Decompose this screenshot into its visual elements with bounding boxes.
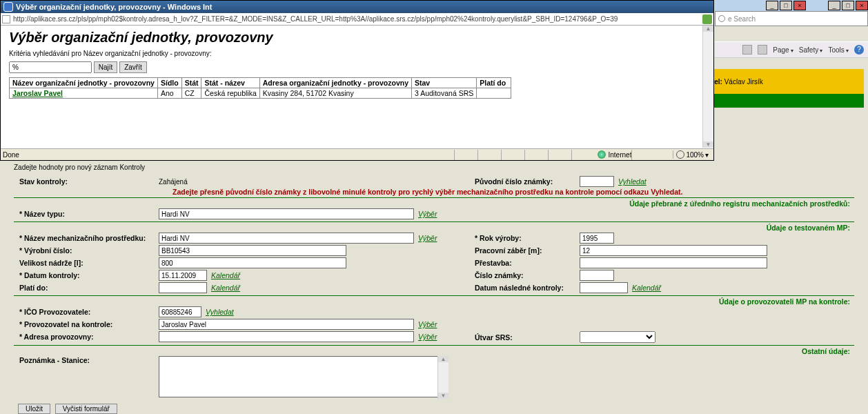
page-menu[interactable]: Page	[773, 46, 793, 54]
label-vyrobni: * Výrobní číslo:	[14, 246, 159, 255]
label-rok: * Rok výroby:	[469, 234, 580, 242]
status-internet: Internet	[609, 151, 632, 159]
link-kalendar-1[interactable]: Kalendář	[211, 271, 240, 279]
label-plati-do: Platí do:	[14, 284, 159, 292]
input-ico[interactable]	[159, 306, 201, 317]
th: Adresa organizační jednotky - provozovny	[259, 78, 411, 88]
input-rok[interactable]	[580, 233, 614, 244]
popup-titlebar: Výběr organizační jednotky, provozovny -…	[1, 1, 713, 13]
window-minimize-button[interactable]: _	[766, 1, 778, 10]
label-datum-k: * Datum kontroly:	[14, 271, 159, 279]
link-vyber-adresa[interactable]: Výběr	[418, 333, 437, 341]
go-button-icon[interactable]	[702, 14, 712, 24]
result-name-link[interactable]: Jaroslav Pavel	[12, 89, 63, 97]
input-provoz[interactable]	[159, 319, 414, 330]
input-adresa[interactable]	[159, 331, 414, 342]
value-stav: Zahájená	[159, 178, 188, 186]
label-nazev-mp: * Název mechanizačního prostředku:	[14, 234, 159, 242]
popup-result-table: Název organizační jednotky - provozovny …	[9, 77, 511, 99]
label-utvar: Útvar SRS:	[469, 333, 580, 342]
popup-pattern-input[interactable]	[9, 61, 92, 73]
window-maximize-button[interactable]: □	[780, 1, 792, 10]
tools-menu[interactable]: Tools	[828, 46, 849, 54]
label-stav: Stav kontroly:	[14, 177, 159, 186]
table-header-row: Název organizační jednotky - provozovny …	[10, 78, 511, 88]
label-znamka: Číslo známky:	[469, 271, 580, 279]
label-ico: * IČO Provozovatele:	[14, 308, 159, 316]
input-nasledne[interactable]	[580, 282, 628, 293]
input-nazev-typu[interactable]	[159, 208, 414, 219]
green-strip	[697, 94, 864, 108]
status-done: Done	[3, 151, 19, 159]
clear-button[interactable]: Vyčisti formulář	[55, 404, 117, 414]
link-vyber-typ[interactable]: Výběr	[418, 210, 437, 218]
textarea-scrollbar[interactable]	[437, 356, 448, 399]
red-instruction: Zadejte přesně původní číslo známky z li…	[14, 188, 854, 196]
zoom-control[interactable]: 100% ▾	[673, 150, 711, 159]
popup-window: Výběr organizační jednotky, provozovny -…	[0, 0, 714, 161]
link-vyber-provoz[interactable]: Výběr	[418, 320, 437, 328]
user-name: Václav Jirsík	[724, 78, 763, 86]
td	[477, 88, 511, 99]
chevron-down-icon[interactable]: ▾	[705, 151, 709, 159]
search-placeholder: e Search	[728, 15, 756, 23]
popup-address-bar: http://aplikace.srs.cz/pls/pp/mph02$kont…	[1, 13, 713, 26]
link-kalendar-2[interactable]: Kalendář	[211, 284, 240, 292]
safety-menu[interactable]: Safety	[799, 46, 823, 54]
input-nadrz[interactable]	[159, 257, 346, 268]
input-plati-do[interactable]	[159, 282, 207, 293]
note-ostatni: Ostatní údaje:	[14, 347, 854, 355]
secondary-window-buttons: _ □ ×	[827, 1, 868, 10]
label-nadrz: Velikost nádrže [l]:	[14, 259, 159, 267]
magnifier-icon	[676, 150, 684, 159]
ie-icon	[3, 2, 13, 12]
win2-close-button[interactable]: ×	[856, 1, 868, 10]
link-vyhledat-ico[interactable]: Vyhledat	[206, 308, 234, 316]
print-icon[interactable]	[758, 45, 767, 55]
label-nasledne: Datum následné kontroly:	[469, 284, 580, 292]
form-caption: Zadejte hodnoty pro nový záznam Kontroly	[14, 164, 854, 171]
window-close-button[interactable]: ×	[793, 1, 806, 10]
page-icon	[2, 15, 10, 23]
input-vyrobni[interactable]	[159, 245, 346, 256]
main-form: Zadejte hodnoty pro nový záznam Kontroly…	[0, 161, 868, 414]
label-zaber: Pracovní záběr [m]:	[469, 246, 580, 255]
td: Ano	[157, 88, 181, 99]
search-icon	[718, 15, 725, 22]
link-vyber-mp[interactable]: Výběr	[418, 234, 437, 242]
th: Platí do	[477, 78, 511, 88]
user-strip: ivatel: Václav Jirsík	[697, 69, 864, 94]
textarea-poznamka[interactable]	[159, 356, 448, 397]
link-vyhledat[interactable]: Vyhledat	[618, 177, 647, 186]
label-puvodni: Původní číslo známky:	[469, 177, 580, 186]
input-prestavba[interactable]	[580, 257, 767, 268]
help-icon[interactable]: ?	[854, 45, 864, 55]
label-poznamka: Poznámka - Stanice:	[14, 356, 159, 364]
link-kalendar-3[interactable]: Kalendář	[632, 284, 661, 292]
popup-find-button[interactable]: Najít	[94, 61, 118, 73]
popup-scrollbar[interactable]	[702, 26, 713, 148]
popup-heading: Výběr organizační jednotky, provozovny	[9, 30, 705, 46]
zoom-value: 100%	[686, 151, 704, 159]
input-zaber[interactable]	[580, 245, 767, 256]
td: CZ	[181, 88, 201, 99]
win2-maximize-button[interactable]: □	[842, 1, 854, 10]
win2-minimize-button[interactable]: _	[828, 1, 840, 10]
input-datum-k[interactable]	[159, 270, 207, 281]
ie-command-bar: Page Safety Tools ?	[715, 41, 868, 58]
popup-close-button[interactable]: Zavřít	[119, 61, 147, 73]
input-puvodni-znamka[interactable]	[580, 176, 614, 187]
label-adresa: * Adresa provozovny:	[14, 333, 159, 341]
input-znamka[interactable]	[580, 270, 614, 281]
browser-search-box[interactable]: e Search	[715, 11, 868, 26]
th: Stav	[412, 78, 477, 88]
note-provoz: Údaje o provozovateli MP na kontrole:	[14, 297, 854, 306]
input-nazev-mp[interactable]	[159, 233, 414, 244]
home-icon[interactable]	[742, 45, 752, 55]
select-utvar[interactable]	[580, 331, 655, 343]
th: Název organizační jednotky - provozovny	[10, 78, 158, 88]
popup-criteria-label: Kritéria vyhledávání pro Název organizač…	[9, 50, 705, 57]
popup-url[interactable]: http://aplikace.srs.cz/pls/pp/mph02$kont…	[13, 15, 700, 23]
globe-icon	[598, 150, 606, 159]
save-button[interactable]: Uložit	[18, 404, 50, 414]
